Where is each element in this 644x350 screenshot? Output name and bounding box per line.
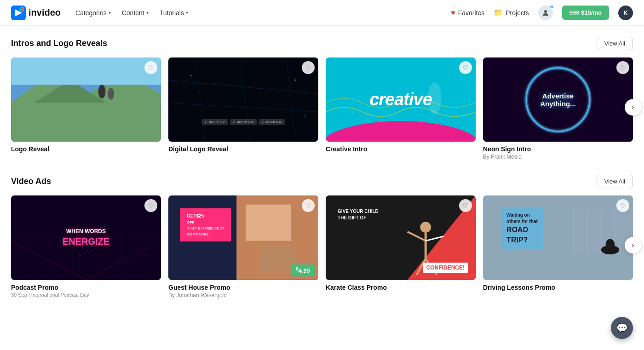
road-trip-box: Waiting onothers for thatROADTRIP? <box>501 208 543 249</box>
svg-point-19 <box>213 84 214 85</box>
logo-reveal-thumb: LOGO ♡ <box>11 57 161 142</box>
svg-point-39 <box>420 222 431 233</box>
podcast-promo-title: Podcast Promo <box>11 284 161 291</box>
upgrade-button[interactable]: $30 $15/mo <box>562 6 609 20</box>
folder-icon: 📁 <box>494 8 503 17</box>
digital-logo-reveal-thumb: LOGO ✓ /invideo.io ✓ /invideo.io ✓ /invi… <box>168 57 318 142</box>
card-driving-lessons[interactable]: Waiting onothers for thatROADTRIP? ♡ Dri… <box>483 195 633 298</box>
notification-badge: 1 <box>549 5 554 9</box>
guest-house-price: 4.99 <box>299 268 310 275</box>
chat-button[interactable]: 💬 <box>611 317 633 339</box>
main-content: Intros and Logo Reveals View All <box>0 26 644 298</box>
video-ads-next-button[interactable]: › <box>625 237 641 253</box>
svg-point-20 <box>294 79 296 81</box>
projects-link[interactable]: 📁 Projects <box>494 8 529 17</box>
categories-nav[interactable]: Categories ▾ <box>75 9 111 17</box>
svg-point-22 <box>182 125 183 126</box>
avatar[interactable]: K <box>618 6 633 20</box>
tutorials-chevron: ▾ <box>186 10 188 15</box>
neon-sign-fav-button[interactable]: ♡ <box>616 61 629 74</box>
categories-label: Categories <box>75 9 107 17</box>
intros-title: Intros and Logo Reveals <box>11 39 107 48</box>
digital-logo-reveal-title: Digital Logo Reveal <box>168 145 318 153</box>
digital-bg-particles <box>168 57 318 142</box>
chat-icon: 💬 <box>616 322 628 333</box>
svg-rect-35 <box>246 205 291 241</box>
card-podcast-promo[interactable]: WHEN WORDSENERGIZE ♡ Podcast Promo 30 Se… <box>11 195 161 298</box>
svg-point-21 <box>304 116 305 117</box>
user-icon <box>541 9 550 17</box>
video-ads-cards-container: WHEN WORDSENERGIZE ♡ Podcast Promo 30 Se… <box>11 195 633 298</box>
favorites-link[interactable]: ♥ Favorites <box>451 9 484 17</box>
tutorials-label: Tutorials <box>160 9 184 17</box>
svg-point-4 <box>544 10 547 13</box>
card-guest-house-promo[interactable]: GET$25OFFIN ANY EXPERIENCE OF$50 OR MORE… <box>168 195 318 298</box>
svg-point-18 <box>190 75 192 76</box>
svg-point-11 <box>108 88 114 100</box>
logo[interactable]: invideo <box>11 6 61 20</box>
intros-cards-container: LOGO ♡ Logo Reveal <box>11 57 633 160</box>
logo-reveal-bg <box>11 57 161 142</box>
url-bar-2: ✓ /invideo.io <box>230 119 256 125</box>
card-karate-promo[interactable]: GIVE YOUR CHILDTHE GIFT OF CONFIDENCE! ♡… <box>326 195 476 298</box>
card-neon-sign-intro[interactable]: AdvertiseAnything... ♡ Neon Sign Intro B… <box>483 57 633 160</box>
main-nav: Categories ▾ Content ▾ Tutorials ▾ <box>75 9 188 17</box>
video-ads-title: Video Ads <box>11 177 51 186</box>
podcast-promo-thumb: WHEN WORDSENERGIZE ♡ <box>11 195 161 280</box>
projects-label: Projects <box>506 9 529 17</box>
categories-chevron: ▾ <box>109 10 111 15</box>
neon-sign-thumb: AdvertiseAnything... ♡ <box>483 57 633 142</box>
upgrade-old-price: $30 <box>569 9 580 16</box>
url-bars: ✓ /invideo.io ✓ /invideo.io ✓ /invideo.i… <box>184 119 304 125</box>
intros-cards-row: LOGO ♡ Logo Reveal <box>11 57 633 160</box>
heart-icon: ♥ <box>451 9 455 17</box>
tutorials-nav[interactable]: Tutorials ▾ <box>160 9 188 17</box>
guest-house-badge: GET$25OFFIN ANY EXPERIENCE OF$50 OR MORE <box>180 208 231 241</box>
podcast-promo-date: 30 Sep | International Podcast Day <box>11 292 161 298</box>
card-digital-logo-reveal[interactable]: LOGO ✓ /invideo.io ✓ /invideo.io ✓ /invi… <box>168 57 318 160</box>
video-ads-section: Video Ads View All <box>11 175 633 298</box>
neon-sign-subtitle: By Frank Media <box>483 154 633 160</box>
guest-house-title: Guest House Promo <box>168 284 318 291</box>
karate-text-overlay: GIVE YOUR CHILDTHE GIFT OF <box>338 208 379 221</box>
content-chevron: ▾ <box>146 10 149 15</box>
creative-text: creative <box>369 90 432 109</box>
podcast-text-overlay: WHEN WORDSENERGIZE <box>63 228 109 247</box>
video-ads-cards-row: WHEN WORDSENERGIZE ♡ Podcast Promo 30 Se… <box>11 195 633 298</box>
url-bar-3: ✓ /invideo.io <box>259 119 285 125</box>
logo-reveal-title: Logo Reveal <box>11 145 161 153</box>
card-logo-reveal[interactable]: LOGO ♡ Logo Reveal <box>11 57 161 160</box>
url-bar-1: ✓ /invideo.io <box>202 119 228 125</box>
intros-section: Intros and Logo Reveals View All <box>11 37 633 160</box>
neon-sign-title: Neon Sign Intro <box>483 145 633 153</box>
creative-intro-fav-button[interactable]: ♡ <box>459 61 472 74</box>
logo-text: invideo <box>29 7 61 18</box>
content-nav[interactable]: Content ▾ <box>122 9 149 17</box>
favorites-label: Favorites <box>458 9 485 17</box>
intros-view-all-button[interactable]: View All <box>597 37 633 50</box>
logo-reveal-fav-button[interactable]: ♡ <box>144 61 157 74</box>
navbar: invideo Categories ▾ Content ▾ Tutorials… <box>0 0 644 26</box>
svg-rect-9 <box>11 57 161 85</box>
svg-point-53 <box>606 239 615 250</box>
card-creative-intro[interactable]: creative ♡ Creative Intro <box>326 57 476 160</box>
karate-promo-title: Karate Class Promo <box>326 284 476 291</box>
driving-lessons-title: Driving Lessons Promo <box>483 284 633 291</box>
neon-text-overlay: AdvertiseAnything... <box>540 92 576 108</box>
guest-house-price-badge: $4.99 <box>291 264 315 276</box>
digital-logo-fav-button[interactable]: ♡ <box>302 61 315 74</box>
creative-intro-title: Creative Intro <box>326 145 476 153</box>
creative-intro-thumb: creative ♡ <box>326 57 476 142</box>
guest-house-subtitle: By Jonathan Wasergold <box>168 292 318 298</box>
confidence-badge: CONFIDENCE! <box>423 263 468 273</box>
karate-promo-thumb: GIVE YOUR CHILDTHE GIFT OF CONFIDENCE! ♡ <box>326 195 476 280</box>
invideo-logo-icon <box>11 6 26 20</box>
svg-rect-12 <box>168 57 318 142</box>
user-menu[interactable]: 1 <box>538 6 553 20</box>
svg-point-10 <box>98 85 106 98</box>
video-ads-view-all-button[interactable]: View All <box>597 175 633 188</box>
intros-next-button[interactable]: › <box>625 99 641 115</box>
guest-house-thumb: GET$25OFFIN ANY EXPERIENCE OF$50 OR MORE… <box>168 195 318 280</box>
intros-header: Intros and Logo Reveals View All <box>11 37 633 50</box>
navbar-right: ♥ Favorites 📁 Projects 1 $30 $15/mo K <box>451 6 633 20</box>
